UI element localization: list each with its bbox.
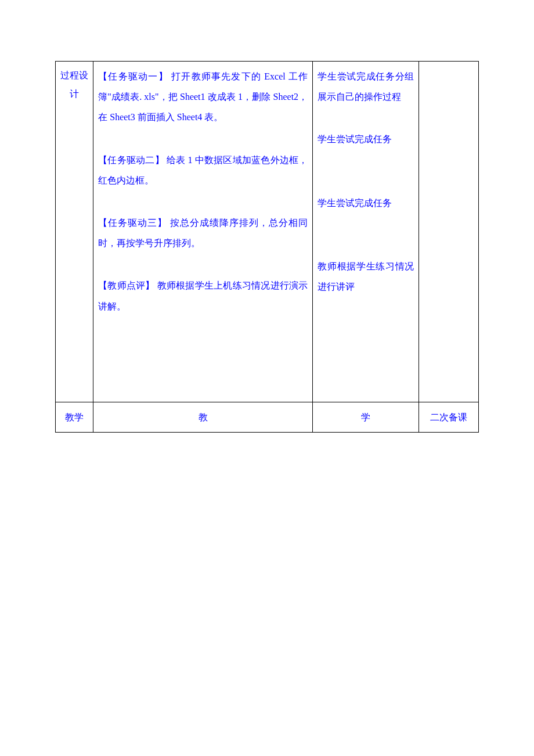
header-study-cell: 学 [313,402,419,433]
header-teach-text: 教 [199,412,208,422]
row-label-cell: 过程设计 [56,62,93,402]
task-driven-2: 【任务驱动二】 给表 1 中数据区域加蓝色外边框，红色内边框。 [98,150,308,190]
header-label-text: 教学 [65,412,84,422]
page-content: 过程设计 【任务驱动一】 打开教师事先发下的 Excel 工作簿"成绩表. xl… [0,0,534,433]
header-label-cell: 教学 [56,402,93,433]
task-driven-3: 【任务驱动三】 按总分成绩降序排列，总分相同时，再按学号升序排列。 [98,213,308,253]
student-note-2: 学生尝试完成任务 [317,129,414,149]
student-activity-cell: 学生尝试完成任务分组展示自己的操作过程 学生尝试完成任务 学生尝试完成任务 教师… [313,62,419,402]
student-note-3: 学生尝试完成任务 [317,193,414,213]
row-label-text: 过程设计 [60,70,88,99]
header-study-text: 学 [361,412,370,422]
main-content-row: 过程设计 【任务驱动一】 打开教师事先发下的 Excel 工作簿"成绩表. xl… [56,62,479,402]
task-driven-1: 【任务驱动一】 打开教师事先发下的 Excel 工作簿"成绩表. xls"，把 … [98,66,308,128]
header-prep-text: 二次备课 [430,412,467,422]
teacher-review: 【教师点评】 教师根据学生上机练习情况进行演示讲解。 [98,275,308,316]
student-note-4: 教师根据学生练习情况进行讲评 [317,256,414,297]
teacher-activity-cell: 【任务驱动一】 打开教师事先发下的 Excel 工作簿"成绩表. xls"，把 … [93,62,313,402]
secondary-prep-cell [419,62,479,402]
header-teach-cell: 教 [93,402,313,433]
header-prep-cell: 二次备课 [419,402,479,433]
lesson-plan-table: 过程设计 【任务驱动一】 打开教师事先发下的 Excel 工作簿"成绩表. xl… [55,61,479,433]
student-note-1: 学生尝试完成任务分组展示自己的操作过程 [317,66,414,107]
section-header-row: 教学 教 学 二次备课 [56,402,479,433]
